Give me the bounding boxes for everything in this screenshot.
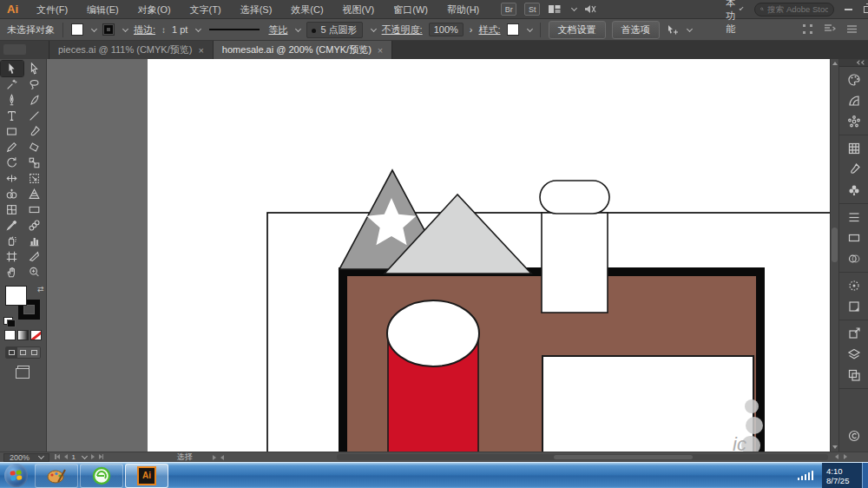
width-tool[interactable] [1, 170, 23, 186]
scroll-down-icon[interactable] [832, 445, 838, 449]
chimney-shape[interactable] [542, 213, 608, 313]
direct-selection-tool[interactable] [23, 61, 46, 76]
vertical-scroll-thumb[interactable] [832, 228, 838, 262]
brushes-panel-icon[interactable] [844, 159, 865, 180]
menu-type[interactable]: 文字(T) [181, 0, 231, 19]
stroke-panel-icon[interactable] [844, 207, 865, 228]
graphic-styles-panel-icon[interactable] [844, 296, 865, 317]
bridge-button[interactable]: Br [501, 3, 516, 16]
restore-button[interactable] [864, 6, 868, 13]
cursor-options-icon[interactable] [666, 24, 679, 36]
symbol-sprayer-tool[interactable] [1, 233, 23, 248]
more-options-icon[interactable]: › [470, 24, 473, 35]
next-artboard-button[interactable] [91, 453, 95, 461]
gradient-panel-icon[interactable] [844, 228, 865, 248]
chimney-cap-shape[interactable] [540, 181, 609, 214]
color-button[interactable] [4, 330, 16, 340]
arrange-documents-icon[interactable] [548, 3, 562, 15]
taskbar-clock[interactable]: 4:10 8/7/25 [822, 463, 862, 488]
menu-edit[interactable]: 编辑(E) [77, 0, 128, 19]
links-panel-icon[interactable] [844, 323, 865, 344]
chevron-down-icon[interactable] [687, 25, 693, 31]
blend-tool[interactable] [23, 217, 46, 233]
style-label[interactable]: 样式: [478, 23, 500, 36]
eraser-tool[interactable] [23, 139, 46, 155]
menu-help[interactable]: 帮助(H) [437, 0, 489, 19]
gradient-button[interactable] [17, 330, 29, 340]
column-graph-tool[interactable] [23, 233, 46, 248]
eyedropper-tool[interactable] [1, 217, 23, 233]
chevron-down-icon[interactable] [82, 453, 88, 459]
workspace-switcher[interactable]: 基本功能 [726, 0, 742, 36]
scroll-left-icon[interactable] [835, 454, 838, 459]
rotate-tool[interactable] [1, 155, 23, 170]
mesh-tool[interactable] [1, 201, 23, 217]
screen-mode-button[interactable] [17, 366, 30, 374]
default-fill-stroke-icon[interactable] [3, 317, 13, 325]
paragraph-panel-icon[interactable] [824, 23, 836, 36]
stroke-color-swatch[interactable] [102, 23, 115, 36]
search-input[interactable] [767, 4, 828, 14]
magic-wand-tool[interactable] [1, 76, 23, 92]
tab-homesale[interactable]: homesale.ai @ 200% (CMYK/预览) × [214, 41, 392, 59]
brush-definition[interactable]: 5 点圆形 [306, 22, 362, 38]
paintbrush-tool[interactable] [23, 123, 46, 139]
chevron-down-icon[interactable] [295, 25, 301, 31]
menu-select[interactable]: 选择(S) [231, 0, 282, 19]
color-panel-icon[interactable] [844, 69, 865, 90]
chevron-down-icon[interactable] [195, 25, 201, 31]
creative-cloud-icon[interactable] [844, 425, 865, 446]
menu-effect[interactable]: 效果(C) [281, 0, 332, 19]
network-icon[interactable] [798, 471, 814, 480]
zoom-level-control[interactable]: 200% [3, 453, 49, 462]
fill-color-swatch[interactable] [71, 23, 83, 36]
vertical-scrollbar[interactable] [830, 59, 838, 452]
symbols-panel-icon[interactable] [844, 180, 865, 201]
draw-normal-button[interactable] [6, 347, 17, 358]
show-desktop-button[interactable] [862, 463, 868, 488]
close-tab-icon[interactable]: × [198, 45, 203, 56]
preferences-button[interactable]: 首选项 [612, 21, 660, 39]
slice-tool[interactable] [23, 248, 46, 264]
chevron-down-icon[interactable] [91, 25, 97, 31]
menu-file[interactable]: 文件(F) [27, 0, 77, 19]
menu-window[interactable]: 窗口(W) [384, 0, 437, 19]
expand-panels-button[interactable] [839, 59, 868, 67]
artboard-tool[interactable] [1, 248, 23, 264]
free-transform-tool[interactable] [23, 170, 46, 186]
shape-builder-tool[interactable] [1, 186, 23, 201]
first-artboard-button[interactable] [55, 453, 60, 461]
chevron-down-icon[interactable] [571, 5, 577, 11]
draw-behind-button[interactable] [17, 347, 29, 358]
cs-live-muted-icon[interactable] [584, 3, 597, 15]
opacity-value[interactable]: 100% [429, 23, 464, 36]
perspective-grid-tool[interactable] [23, 186, 46, 201]
swap-fill-stroke-icon[interactable]: ⇄ [37, 285, 44, 293]
panel-menu-icon[interactable] [846, 24, 858, 36]
style-swatch[interactable] [507, 23, 519, 36]
tab-pieces[interactable]: pieces.ai @ 111% (CMYK/预览) × [49, 41, 214, 59]
rectangle-tool[interactable] [1, 123, 23, 139]
transparency-panel-icon[interactable] [844, 248, 865, 269]
type-tool[interactable] [1, 108, 23, 123]
start-button[interactable] [4, 464, 28, 487]
zoom-tool[interactable] [23, 264, 46, 280]
draw-inside-button[interactable] [29, 347, 40, 358]
stroke-stepper-icon[interactable]: ↕ [161, 25, 166, 35]
none-button[interactable] [30, 330, 42, 340]
status-expand-arrows[interactable] [213, 455, 224, 460]
pencil-tool[interactable] [1, 139, 23, 155]
swatches-panel-icon[interactable] [844, 138, 865, 159]
appearance-panel-icon[interactable] [844, 275, 865, 296]
brush-pen-tool[interactable] [23, 92, 46, 108]
last-artboard-button[interactable] [99, 453, 104, 461]
document-canvas[interactable]: ic [47, 59, 830, 452]
scale-tool[interactable] [23, 155, 46, 170]
selection-tool[interactable] [1, 61, 23, 76]
taskbar-browser[interactable] [80, 464, 123, 488]
artboard-number[interactable]: 1 [72, 453, 76, 461]
fill-swatch[interactable] [5, 286, 27, 306]
scroll-up-icon[interactable] [832, 62, 838, 65]
taskbar-illustrator[interactable]: Ai [125, 464, 168, 488]
align-dots-icon[interactable] [802, 23, 813, 36]
